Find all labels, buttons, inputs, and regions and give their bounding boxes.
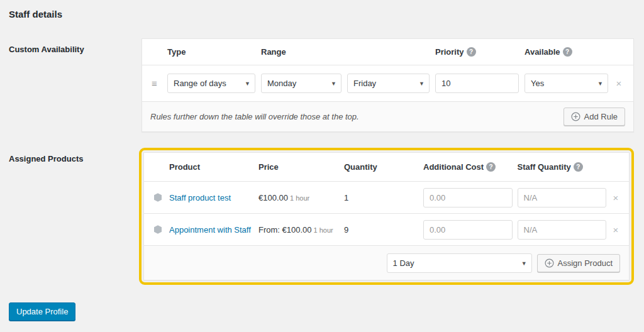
add-rule-button[interactable]: Add Rule <box>564 108 625 126</box>
plus-circle-icon <box>545 258 554 268</box>
price-amount: From: €100.00 <box>258 225 312 235</box>
column-header-product: Product <box>169 162 253 172</box>
additional-cost-input[interactable] <box>423 220 513 240</box>
column-header-available: Available ? <box>525 47 608 57</box>
product-duration-select[interactable]: 1 Day ▼ <box>387 253 532 273</box>
product-quantity: 9 <box>344 225 418 235</box>
yellow-highlight-annotation: Product Price Quantity Additional Cost ?… <box>139 148 634 285</box>
plus-circle-icon <box>571 112 580 121</box>
product-price: €100.001 hour <box>258 193 339 202</box>
product-icon <box>153 224 164 235</box>
assign-product-label: Assign Product <box>558 258 613 268</box>
price-unit: 1 hour <box>290 194 309 202</box>
range-to-select[interactable]: Friday ▼ <box>347 74 430 93</box>
product-link[interactable]: Appointment with Staff <box>169 225 253 235</box>
page-title: Staff details <box>9 9 634 19</box>
staff-quantity-help-icon[interactable]: ? <box>574 162 583 172</box>
add-rule-label: Add Rule <box>584 112 618 121</box>
assigned-products-section: Assigned Products Product Price Quantity… <box>9 148 634 285</box>
staff-quantity-input[interactable] <box>518 220 607 240</box>
available-value: Yes <box>531 79 544 88</box>
custom-availability-table: Type Range Priority ? Available ? ≡ Rang… <box>142 38 634 132</box>
drag-handle-icon[interactable]: ≡ <box>152 78 162 89</box>
product-price: From: €100.001 hour <box>258 225 339 235</box>
custom-availability-header-row: Type Range Priority ? Available ? <box>142 39 633 65</box>
price-unit: 1 hour <box>314 226 333 234</box>
custom-availability-label: Custom Availability <box>9 38 142 54</box>
additional-cost-help-icon[interactable]: ? <box>486 162 496 172</box>
range-to-value: Friday <box>353 79 376 88</box>
available-select[interactable]: Yes ▼ <box>525 74 608 93</box>
column-header-price: Price <box>258 162 339 172</box>
priority-input[interactable] <box>435 74 519 93</box>
additional-cost-input[interactable] <box>423 188 513 208</box>
staff-details-page: Staff details Custom Availability Type R… <box>0 0 644 321</box>
remove-rule-button[interactable]: × <box>614 79 624 88</box>
availability-rule-row: ≡ Range of days ▼ Monday ▼ Friday ▼ <box>142 65 633 102</box>
remove-product-button[interactable]: × <box>611 193 620 202</box>
assigned-products-header-row: Product Price Quantity Additional Cost ?… <box>144 153 629 182</box>
range-from-select[interactable]: Monday ▼ <box>261 74 341 93</box>
staff-quantity-header-label: Staff Quantity <box>518 162 571 172</box>
price-amount: €100.00 <box>258 193 288 202</box>
assigned-products-content: Product Price Quantity Additional Cost ?… <box>142 148 634 285</box>
product-icon <box>153 192 164 202</box>
form-actions: Update Profile <box>9 302 634 321</box>
assigned-products-footer: 1 Day ▼ Assign Product <box>144 246 629 280</box>
available-help-icon[interactable]: ? <box>563 47 572 57</box>
product-quantity: 1 <box>344 193 418 202</box>
chevron-down-icon: ▼ <box>597 74 603 93</box>
column-header-type: Type <box>167 47 255 57</box>
rule-type-value: Range of days <box>174 79 226 88</box>
product-link[interactable]: Staff product test <box>169 193 253 202</box>
priority-header-label: Priority <box>435 47 464 57</box>
column-header-quantity: Quantity <box>344 162 418 172</box>
assigned-products-label: Assigned Products <box>9 148 142 163</box>
staff-quantity-input[interactable] <box>518 188 607 208</box>
rules-override-note: Rules further down the table will overri… <box>150 112 359 121</box>
duration-value: 1 Day <box>393 258 414 268</box>
remove-product-button[interactable]: × <box>611 225 620 235</box>
priority-help-icon[interactable]: ? <box>467 47 476 57</box>
chevron-down-icon: ▼ <box>331 74 336 93</box>
chevron-down-icon: ▼ <box>245 74 250 93</box>
column-header-staff-quantity: Staff Quantity ? <box>518 162 607 172</box>
column-header-additional-cost: Additional Cost ? <box>423 162 513 172</box>
assigned-products-table: Product Price Quantity Additional Cost ?… <box>143 152 630 280</box>
product-row: Appointment with Staff From: €100.001 ho… <box>144 214 629 246</box>
product-row: Staff product test €100.001 hour 1 × <box>144 182 629 214</box>
chevron-down-icon: ▼ <box>419 74 425 93</box>
column-header-range: Range <box>261 47 430 57</box>
column-header-priority: Priority ? <box>435 47 519 57</box>
rule-type-select[interactable]: Range of days ▼ <box>167 74 255 93</box>
custom-availability-footer: Rules further down the table will overri… <box>142 102 633 131</box>
available-header-label: Available <box>525 47 560 57</box>
custom-availability-section: Custom Availability Type Range Priority … <box>9 38 634 132</box>
assign-product-button[interactable]: Assign Product <box>537 254 620 272</box>
update-profile-button[interactable]: Update Profile <box>9 302 75 321</box>
additional-cost-header-label: Additional Cost <box>423 162 484 172</box>
range-from-value: Monday <box>267 79 296 88</box>
custom-availability-content: Type Range Priority ? Available ? ≡ Rang… <box>142 38 634 132</box>
chevron-down-icon: ▼ <box>521 254 527 273</box>
